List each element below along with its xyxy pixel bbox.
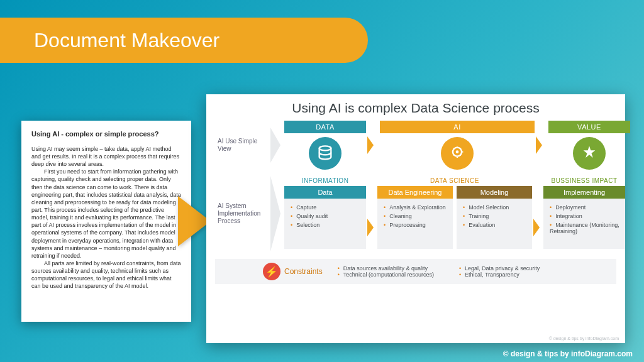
col-value-simple: VALUE	[548, 121, 630, 170]
doc-paragraph: Using AI may seem simple – take data, ap…	[31, 145, 181, 168]
subbox-data: Capture Quality audit Selection	[284, 199, 366, 249]
row-label-simple: AI Use Simple View	[215, 121, 275, 170]
constraints-list-right: Legal, Data privacy & security Ethical, …	[459, 265, 540, 278]
list-item: Integration	[550, 213, 620, 220]
row-label-text: AI System Implementation Process	[218, 202, 267, 225]
row-simple-view: AI Use Simple View DATA AI VALUE	[215, 121, 616, 170]
section-head-impact: BUSSINESS IMPACT	[543, 176, 625, 186]
list-item: Evaluation	[463, 222, 527, 229]
chevron-right-icon	[533, 219, 540, 236]
constraints-bar: ⚡ Constraints Data sources availability …	[215, 259, 616, 284]
col-datascience: DATA SCIENCE Data Engineering Analysis &…	[377, 176, 532, 251]
subbox-implementing: Deployment Integration Maintenance (Moni…	[543, 199, 625, 249]
page-title-text: Document Makeover	[34, 29, 219, 52]
chevron-right-icon	[367, 219, 374, 236]
section-head-information: INFORMATION	[284, 176, 366, 186]
list-item: Model Selection	[463, 204, 527, 211]
col-information: INFORMATION Data Capture Quality audit S…	[284, 176, 366, 251]
lightning-icon: ⚡	[263, 263, 280, 280]
constraints-label: Constraints	[284, 267, 323, 276]
doc-paragraph: First you need to start from information…	[31, 168, 181, 260]
cap-ai: AI	[380, 121, 535, 133]
list-item: Analysis & Exploration	[384, 204, 448, 211]
list-item: Selection	[291, 222, 361, 229]
subbox-modeling: Model Selection Training Evaluation	[457, 199, 532, 249]
subbox-engineering: Analysis & Exploration Cleaning Preproce…	[377, 199, 453, 249]
chevron-right-icon	[367, 136, 374, 154]
svg-point-2	[456, 150, 459, 153]
col-engineering: Data Engineering Analysis & Exploration …	[377, 186, 453, 249]
after-diagram: Using AI is complex Data Science process…	[206, 94, 625, 343]
row-implementation: AI System Implementation Process INFORMA…	[215, 176, 616, 251]
constraints-list-left: Data sources availability & quality Tech…	[338, 265, 434, 278]
diagram-title: Using AI is complex Data Science process	[215, 101, 616, 116]
stars-icon	[573, 137, 606, 170]
list-item: Quality audit	[291, 213, 361, 220]
svg-point-0	[319, 146, 331, 150]
row-label-text: AI Use Simple View	[218, 138, 267, 153]
database-icon	[309, 137, 341, 170]
subcap-implementing: Implementing	[543, 186, 625, 199]
section-head-datascience: DATA SCIENCE	[377, 176, 532, 186]
col-ai-simple: AI	[380, 121, 535, 170]
slide-credit: © design & tips by infoDiagram.com	[503, 349, 633, 358]
cap-value: VALUE	[548, 121, 630, 133]
list-item: Capture	[291, 204, 361, 211]
list-item: Technical (computational resources)	[338, 272, 434, 278]
list-item: Cleaning	[384, 213, 448, 220]
subcap-modeling: Modeling	[457, 186, 532, 199]
subcap-engineering: Data Engineering	[377, 186, 453, 199]
before-document: Using AI - complex or simple process? Us…	[21, 121, 191, 322]
list-item: Ethical, Transparency	[459, 272, 540, 278]
list-item: Data sources availability & quality	[338, 265, 434, 272]
row-label-implementation: AI System Implementation Process	[215, 176, 275, 251]
subcap-data: Data	[284, 186, 366, 199]
col-modeling: Modeling Model Selection Training Evalua…	[457, 186, 532, 249]
page-title: Document Makeover	[0, 18, 368, 63]
diagram-credit: © design & tips by infoDiagram.com	[549, 336, 619, 341]
doc-heading: Using AI - complex or simple process?	[31, 129, 181, 139]
list-item: Maintenance (Monitoring, Retraining)	[550, 222, 620, 236]
doc-paragraph: All parts are limited by real-word const…	[31, 260, 181, 290]
svg-marker-3	[584, 146, 596, 158]
list-item: Training	[463, 213, 527, 220]
list-item: Deployment	[550, 204, 620, 211]
cap-data: DATA	[284, 121, 366, 133]
list-item: Preprocessing	[384, 222, 448, 229]
col-data-simple: DATA	[284, 121, 366, 170]
col-business-impact: BUSSINESS IMPACT Implementing Deployment…	[543, 176, 625, 251]
chevron-right-icon	[536, 136, 542, 154]
list-item: Legal, Data privacy & security	[459, 265, 540, 272]
brain-head-icon	[441, 137, 474, 170]
